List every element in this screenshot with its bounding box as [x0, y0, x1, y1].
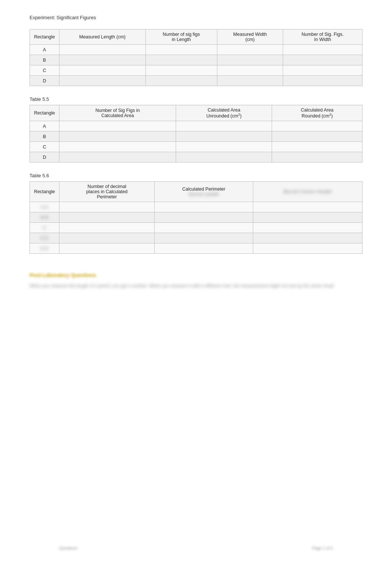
cell [59, 65, 146, 76]
footer-left: Questions [59, 546, 78, 550]
cell [59, 45, 146, 55]
table-row: A [30, 45, 362, 55]
post-lab-title: Post-Laboratory Questions [30, 272, 362, 278]
col-header-sigfigs-length: Number of sig figsin Length [145, 30, 217, 45]
table-row: A [30, 121, 362, 131]
cell [272, 142, 362, 152]
cell [253, 202, 362, 212]
col-header-area-rounded: Calculated AreaRounded (cm2) [272, 105, 362, 121]
page-title: Experiment: Significant Figures [30, 15, 362, 20]
table-56-label: Table 5.6 [30, 173, 362, 178]
table-row: B [30, 131, 362, 142]
cell [283, 65, 362, 76]
cell [283, 55, 362, 65]
cell [253, 233, 362, 243]
col-header-rectangle: Rectangle [30, 182, 59, 202]
cell [59, 212, 155, 223]
col-header-meas-width: Measured Width(cm) [217, 30, 283, 45]
cell [154, 243, 253, 254]
cell [145, 45, 217, 55]
col-header-rectangle: Rectangle [30, 30, 59, 45]
cell [59, 121, 176, 131]
cell [253, 212, 362, 223]
cell [59, 55, 146, 65]
cell [176, 121, 272, 131]
cell [154, 212, 253, 223]
cell [59, 76, 146, 86]
table-row: B B [30, 212, 362, 223]
cell [176, 142, 272, 152]
rect-label: A [30, 121, 59, 131]
rect-label: C [30, 223, 59, 233]
cell [154, 233, 253, 243]
cell [253, 243, 362, 254]
cell [59, 202, 155, 212]
table-row: C [30, 223, 362, 233]
table-row: D D [30, 233, 362, 243]
table-row: C [30, 65, 362, 76]
cell [59, 152, 176, 163]
post-lab-section: Post-Laboratory Questions When you measu… [30, 272, 362, 290]
cell [59, 223, 155, 233]
rect-label: B B [30, 212, 59, 223]
cell [154, 223, 253, 233]
cell [217, 65, 283, 76]
table-row: E E [30, 243, 362, 254]
cell [145, 76, 217, 86]
table-54: Rectangle Measured Length (cm) Number of… [30, 29, 362, 86]
rect-label: B [30, 131, 59, 142]
footer-right: Page 1 of 2 [312, 546, 333, 550]
rect-label: E E [30, 243, 59, 254]
col-header-decimal-places: Number of decimalplaces in CalculatedPer… [59, 182, 155, 202]
table-row: C [30, 142, 362, 152]
cell [217, 45, 283, 55]
col-header-sigfigs-area: Number of Sig Figs inCalculated Area [59, 105, 176, 121]
col-header-area-unrounded: Calculated AreaUnrounded (cm2) [176, 105, 272, 121]
cell [154, 202, 253, 212]
cell [217, 76, 283, 86]
col-header-rectangle: Rectangle [30, 105, 59, 121]
cell [217, 55, 283, 65]
rect-label: D [30, 152, 59, 163]
table-56: Rectangle Number of decimalplaces in Cal… [30, 181, 362, 254]
table-row: B [30, 55, 362, 65]
rect-label: C [30, 142, 59, 152]
cell [176, 152, 272, 163]
cell [272, 131, 362, 142]
cell [283, 45, 362, 55]
col-header-meas-length: Measured Length (cm) [59, 30, 146, 45]
cell [145, 55, 217, 65]
rect-label: D D [30, 233, 59, 243]
rect-label: A [30, 45, 59, 55]
rect-label: B [30, 55, 59, 65]
rect-label: D [30, 76, 59, 86]
cell [272, 152, 362, 163]
table-55-label: Table 5.5 [30, 96, 362, 102]
col-header-calc-perimeter: Calculated Perimeterblurred subtitle [154, 182, 253, 202]
rect-label: C [30, 65, 59, 76]
col-header-sigfigs-width: Number of Sig. Figs.In Width [283, 30, 362, 45]
cell [59, 243, 155, 254]
table-row: D [30, 152, 362, 163]
post-lab-question-1: When you measure the length of a pencil,… [30, 283, 362, 290]
cell [176, 131, 272, 142]
rect-label: A A [30, 202, 59, 212]
cell [253, 223, 362, 233]
cell [272, 121, 362, 131]
table-55: Rectangle Number of Sig Figs inCalculate… [30, 105, 362, 163]
table-row: A A [30, 202, 362, 212]
cell [59, 131, 176, 142]
cell [283, 76, 362, 86]
table-row: D [30, 76, 362, 86]
cell [145, 65, 217, 76]
cell [59, 142, 176, 152]
cell [59, 233, 155, 243]
col-header-blurred: Blurred Column Header [253, 182, 362, 202]
